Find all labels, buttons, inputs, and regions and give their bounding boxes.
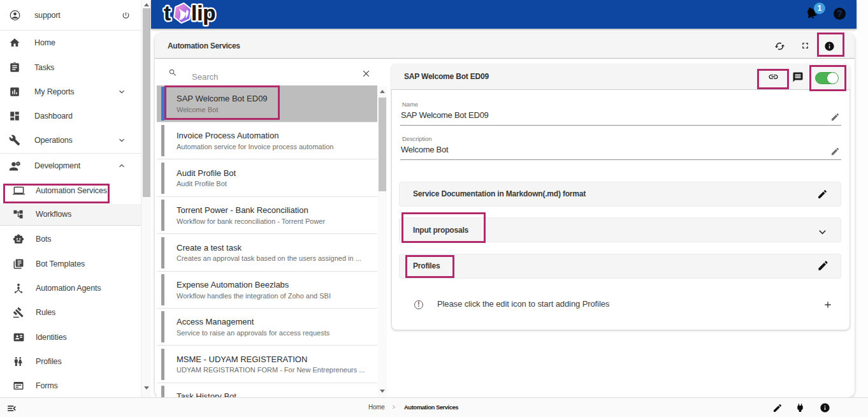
svg-text:lip: lip [191, 1, 216, 25]
svg-text:t: t [164, 1, 171, 25]
